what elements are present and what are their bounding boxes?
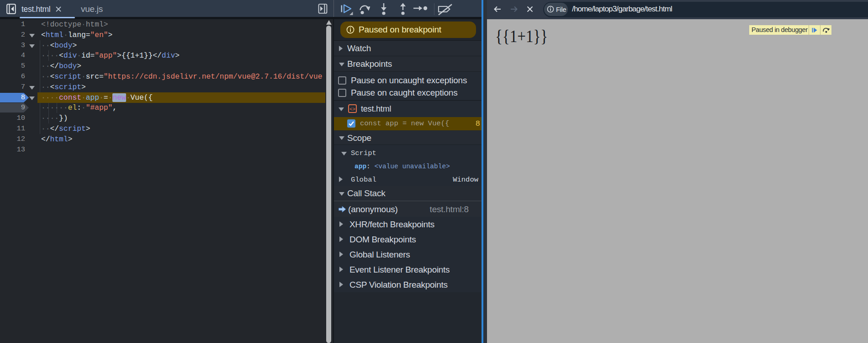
svg-text:<>: <> bbox=[349, 106, 355, 112]
